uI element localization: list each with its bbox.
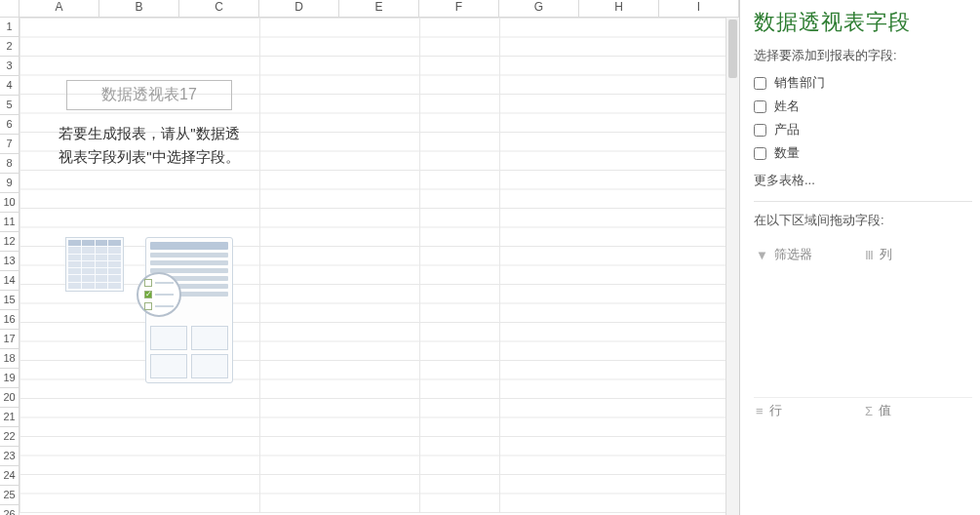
field-checkbox[interactable] [754,77,766,90]
pivot-illustration [29,237,269,383]
row-header[interactable]: 7 [0,135,20,154]
vertical-scrollbar[interactable] [725,18,739,515]
columns-icon: Ⅲ [865,248,874,262]
column-header-row: A B C D E F G H I [0,0,739,18]
col-header[interactable]: B [99,0,179,17]
zone-label: 列 [880,246,892,263]
row-header[interactable]: 20 [0,388,20,408]
field-item[interactable]: 数量 [754,144,972,162]
row-header[interactable]: 17 [0,330,20,349]
field-list-icon [145,237,233,383]
row-header[interactable]: 2 [0,37,20,57]
zone-rows[interactable]: ≡ 行 [754,397,863,465]
col-header[interactable]: F [419,0,499,17]
row-header[interactable]: 22 [0,427,20,447]
zone-label: 筛选器 [774,246,812,263]
pane-divider [754,201,972,202]
drop-zones: ▼ 筛选器 Ⅲ 列 ≡ 行 Σ 值 [754,241,972,465]
field-label: 产品 [774,121,800,139]
col-header[interactable]: H [579,0,659,17]
row-header[interactable]: 25 [0,486,20,505]
more-tables-link[interactable]: 更多表格... [754,172,972,189]
row-header[interactable]: 12 [0,232,20,252]
field-item[interactable]: 产品 [754,121,972,139]
col-header[interactable]: D [259,0,339,17]
col-header[interactable]: G [499,0,579,17]
row-header[interactable]: 26 [0,505,20,515]
cells-area[interactable]: 数据透视表17 若要生成报表，请从"数据透 视表字段列表"中选择字段。 [20,18,739,513]
pivot-help-text: 若要生成报表，请从"数据透 视表字段列表"中选择字段。 [29,122,269,169]
field-checkbox[interactable] [754,147,766,160]
row-header[interactable]: 14 [0,271,20,291]
zone-values[interactable]: Σ 值 [863,397,972,465]
spreadsheet-grid[interactable]: A B C D E F G H I 1234567891011121314151… [0,0,740,515]
row-header-col: 1234567891011121314151617181920212223242… [0,18,20,513]
field-item[interactable]: 销售部门 [754,74,972,92]
field-checkbox[interactable] [754,100,766,113]
field-label: 数量 [774,144,800,162]
values-icon: Σ [865,404,873,418]
row-header[interactable]: 19 [0,369,20,388]
field-list: 销售部门 姓名 产品 数量 [754,74,972,162]
col-header[interactable]: C [179,0,259,17]
grid-corner[interactable] [0,0,20,17]
pane-title: 数据透视表字段 [754,8,972,37]
filter-icon: ▼ [756,248,768,262]
row-header[interactable]: 1 [0,18,20,37]
row-header[interactable]: 9 [0,174,20,193]
row-header[interactable]: 23 [0,447,20,466]
pivot-title: 数据透视表17 [66,80,232,110]
col-header[interactable]: I [659,0,739,17]
field-label: 姓名 [774,98,800,115]
row-header[interactable]: 24 [0,466,20,486]
row-header[interactable]: 18 [0,349,20,369]
row-header[interactable]: 16 [0,310,20,330]
drag-zones-label: 在以下区域间拖动字段: [754,212,972,229]
row-header[interactable]: 11 [0,213,20,232]
row-header[interactable]: 5 [0,96,20,115]
row-header[interactable]: 13 [0,252,20,271]
mini-table-icon [65,237,124,292]
row-header[interactable]: 21 [0,408,20,427]
pivot-placeholder: 数据透视表17 若要生成报表，请从"数据透 视表字段列表"中选择字段。 [25,68,273,393]
row-header[interactable]: 6 [0,115,20,135]
zone-filters[interactable]: ▼ 筛选器 [754,241,863,397]
zone-columns[interactable]: Ⅲ 列 [863,241,972,397]
row-header[interactable]: 8 [0,154,20,174]
col-header[interactable]: E [339,0,419,17]
row-header[interactable]: 3 [0,57,20,76]
row-header[interactable]: 10 [0,193,20,213]
magnifier-icon [137,272,181,317]
rows-icon: ≡ [756,404,764,418]
scrollbar-thumb[interactable] [728,20,737,78]
zone-label: 值 [879,402,891,419]
choose-fields-label: 选择要添加到报表的字段: [754,47,972,64]
row-header[interactable]: 4 [0,76,20,96]
row-header[interactable]: 15 [0,291,20,310]
pivot-fields-pane: 数据透视表字段 选择要添加到报表的字段: 销售部门 姓名 产品 数量 更多表格.… [740,0,980,515]
field-checkbox[interactable] [754,124,766,137]
field-label: 销售部门 [774,74,825,92]
zone-label: 行 [769,402,782,419]
col-header[interactable]: A [20,0,99,17]
field-item[interactable]: 姓名 [754,98,972,115]
